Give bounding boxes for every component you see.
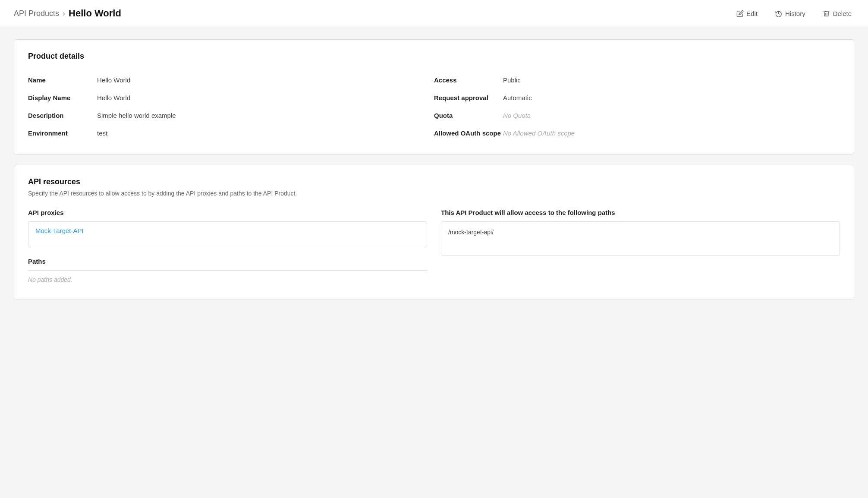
proxy-list: Mock-Target-API xyxy=(28,221,427,247)
detail-value-access: Public xyxy=(503,76,521,84)
detail-value-display-name: Hello World xyxy=(97,94,130,101)
detail-label-quota: Quota xyxy=(434,112,503,119)
detail-value-description: Simple hello world example xyxy=(97,112,176,119)
detail-row-oauth-scope: Allowed OAuth scope No Allowed OAuth sco… xyxy=(434,124,840,142)
detail-label-environment: Environment xyxy=(28,129,97,137)
history-label: History xyxy=(785,10,805,17)
details-left-col: Name Hello World Display Name Hello Worl… xyxy=(28,71,434,142)
detail-row-display-name: Display Name Hello World xyxy=(28,89,434,107)
delete-icon xyxy=(823,9,830,17)
details-grid: Name Hello World Display Name Hello Worl… xyxy=(28,71,840,142)
paths-section: Paths No paths added. xyxy=(28,258,427,287)
api-resources-subtitle: Specify the API resources to allow acces… xyxy=(28,190,840,197)
detail-value-oauth-scope: No Allowed OAuth scope xyxy=(503,129,575,137)
delete-label: Delete xyxy=(833,10,852,17)
detail-label-display-name: Display Name xyxy=(28,94,97,101)
detail-value-quota: No Quota xyxy=(503,112,531,119)
api-proxies-label: API proxies xyxy=(28,209,427,216)
breadcrumb-parent[interactable]: API Products xyxy=(14,9,59,18)
api-resources-card: API resources Specify the API resources … xyxy=(14,165,854,300)
history-button[interactable]: History xyxy=(772,8,808,19)
api-resources-right: This API Product will allow access to th… xyxy=(441,209,840,287)
detail-value-name: Hello World xyxy=(97,76,130,84)
breadcrumb-separator: › xyxy=(63,9,65,18)
header-actions: Edit History Del xyxy=(733,8,854,19)
paths-preview-box: /mock-target-api/ xyxy=(441,221,840,256)
api-resources-title: API resources xyxy=(28,177,840,186)
paths-preview-label: This API Product will allow access to th… xyxy=(441,209,840,216)
detail-row-quota: Quota No Quota xyxy=(434,107,840,124)
detail-value-environment: test xyxy=(97,129,107,137)
page-header: API Products › Hello World Edit History xyxy=(0,0,868,27)
api-resources-left: API proxies Mock-Target-API Paths No pat… xyxy=(28,209,427,287)
edit-icon xyxy=(736,9,744,17)
detail-label-request-approval: Request approval xyxy=(434,94,503,101)
paths-preview-item: /mock-target-api/ xyxy=(448,229,833,236)
api-resources-layout: API proxies Mock-Target-API Paths No pat… xyxy=(28,209,840,287)
proxy-item-mock-target[interactable]: Mock-Target-API xyxy=(28,222,427,240)
detail-row-access: Access Public xyxy=(434,71,840,89)
breadcrumb: API Products › Hello World xyxy=(14,8,121,19)
detail-label-description: Description xyxy=(28,112,97,119)
edit-label: Edit xyxy=(746,10,758,17)
product-details-title: Product details xyxy=(28,52,840,61)
detail-row-name: Name Hello World xyxy=(28,71,434,89)
detail-row-request-approval: Request approval Automatic xyxy=(434,89,840,107)
edit-button[interactable]: Edit xyxy=(733,8,760,19)
detail-row-environment: Environment test xyxy=(28,124,434,142)
main-content: Product details Name Hello World Display… xyxy=(0,27,868,312)
paths-list: No paths added. xyxy=(28,270,427,287)
detail-label-name: Name xyxy=(28,76,97,84)
paths-label: Paths xyxy=(28,258,427,265)
detail-value-request-approval: Automatic xyxy=(503,94,532,101)
detail-label-access: Access xyxy=(434,76,503,84)
detail-row-description: Description Simple hello world example xyxy=(28,107,434,124)
details-right-col: Access Public Request approval Automatic… xyxy=(434,71,840,142)
breadcrumb-current: Hello World xyxy=(69,8,121,19)
delete-button[interactable]: Delete xyxy=(820,8,854,19)
product-details-card: Product details Name Hello World Display… xyxy=(14,39,854,154)
detail-label-oauth-scope: Allowed OAuth scope xyxy=(434,129,503,137)
history-icon xyxy=(775,9,783,17)
no-paths-text: No paths added. xyxy=(28,276,72,283)
